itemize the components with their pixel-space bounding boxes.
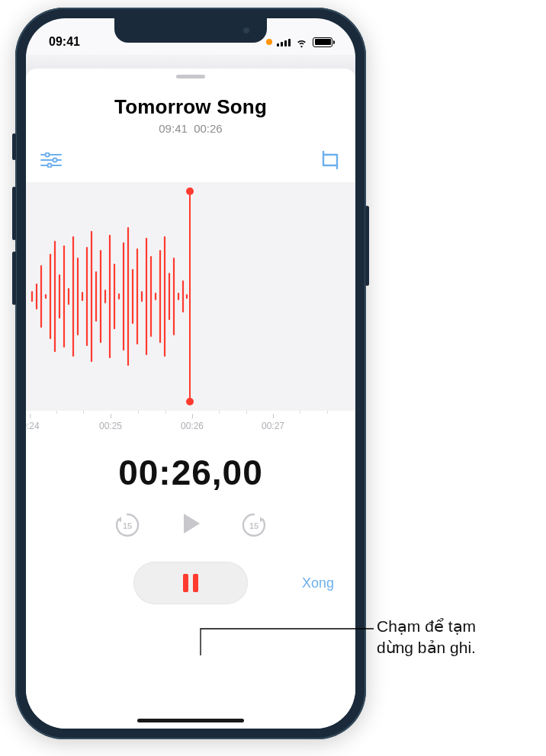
home-indicator[interactable] bbox=[137, 719, 244, 722]
front-camera bbox=[242, 27, 250, 34]
timeline-tick: 00:25 bbox=[99, 414, 122, 431]
recording-meta-time: 09:41 bbox=[159, 122, 188, 135]
timeline-tick: 0:24 bbox=[26, 414, 40, 431]
recording-meta: 09:41 00:26 bbox=[26, 122, 355, 135]
svg-point-5 bbox=[47, 163, 51, 167]
callout-line-1: Chạm để tạm bbox=[377, 617, 476, 635]
phone-frame: 09:41 Tomorrow Song 09:41 00:26 bbox=[15, 8, 366, 739]
wifi-icon bbox=[295, 36, 308, 49]
transport-controls: 15 15 bbox=[26, 510, 355, 540]
pause-icon bbox=[183, 574, 198, 592]
status-time: 09:41 bbox=[49, 35, 80, 49]
battery-icon bbox=[313, 37, 332, 47]
waveform bbox=[26, 182, 355, 411]
svg-point-1 bbox=[45, 152, 49, 156]
playhead[interactable] bbox=[189, 191, 191, 402]
volume-down-button bbox=[12, 251, 16, 305]
title-block: Tomorrow Song 09:41 00:26 bbox=[26, 95, 355, 135]
cellular-signal-icon bbox=[277, 37, 291, 46]
svg-text:15: 15 bbox=[249, 521, 259, 530]
play-button[interactable] bbox=[177, 510, 204, 540]
recording-indicator-dot bbox=[266, 39, 272, 45]
power-button bbox=[365, 206, 369, 286]
skip-back-15-button[interactable]: 15 bbox=[114, 512, 140, 538]
timeline-tick: 00:27 bbox=[262, 414, 284, 431]
callout-line-2: dừng bản ghi. bbox=[377, 639, 476, 656]
notch bbox=[114, 18, 267, 43]
skip-forward-15-button[interactable]: 15 bbox=[241, 512, 267, 538]
silence-switch bbox=[12, 133, 16, 160]
svg-text:15: 15 bbox=[123, 521, 132, 530]
recording-meta-duration: 00:26 bbox=[194, 122, 223, 135]
timeline-tick: 00:26 bbox=[181, 414, 204, 431]
callout-text: Chạm để tạm dừng bản ghi. bbox=[377, 616, 537, 659]
pause-recording-button[interactable] bbox=[133, 562, 248, 604]
toolbar bbox=[26, 135, 355, 179]
recording-sheet: Tomorrow Song 09:41 00:26 bbox=[26, 69, 355, 729]
bottom-row: Xong bbox=[26, 562, 355, 604]
settings-icon[interactable] bbox=[40, 149, 63, 171]
sheet-grabber[interactable] bbox=[176, 75, 205, 78]
elapsed-timer: 00:26,00 bbox=[26, 452, 355, 493]
screen: 09:41 Tomorrow Song 09:41 00:26 bbox=[26, 18, 355, 729]
volume-up-button bbox=[12, 187, 16, 240]
svg-point-3 bbox=[53, 158, 56, 162]
trim-icon[interactable] bbox=[319, 149, 342, 171]
recording-title: Tomorrow Song bbox=[26, 95, 355, 119]
waveform-area[interactable] bbox=[26, 182, 355, 411]
done-button[interactable]: Xong bbox=[302, 575, 334, 591]
status-right bbox=[266, 36, 332, 49]
timeline: 0:24 00:25 00:26 00:27 bbox=[26, 411, 355, 438]
